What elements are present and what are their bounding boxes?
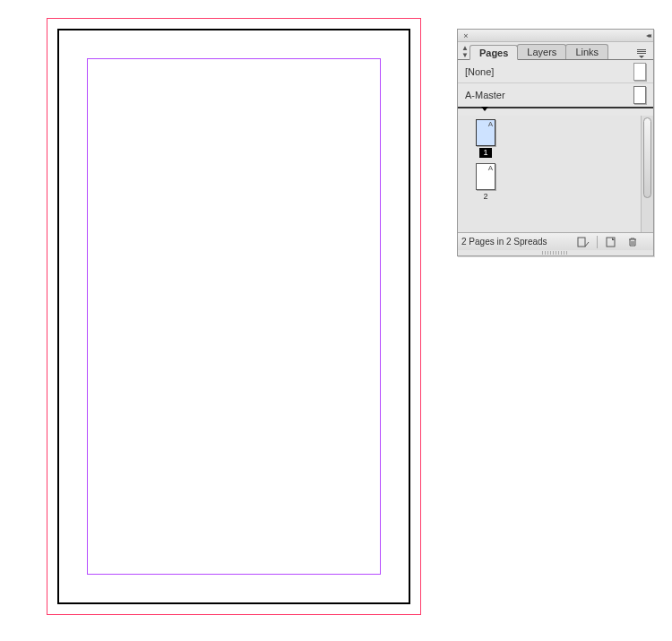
new-page-icon — [605, 237, 617, 247]
status-text: 2 Pages in 2 Spreads — [461, 237, 547, 247]
pages-list[interactable]: A 1 A 2 — [458, 116, 641, 232]
panel-resize-grip[interactable] — [458, 250, 653, 256]
pages-viewport: A 1 A 2 — [458, 116, 653, 232]
page-thumb[interactable]: A — [476, 119, 495, 146]
collapse-icon[interactable]: ◂◂ — [646, 31, 650, 39]
document-canvas[interactable] — [47, 18, 421, 615]
svg-rect-0 — [578, 238, 585, 247]
master-none-thumb[interactable] — [633, 63, 646, 81]
delete-page-button[interactable] — [625, 235, 641, 249]
tab-layers[interactable]: Layers — [517, 44, 566, 59]
tab-links[interactable]: Links — [565, 44, 608, 59]
page-thumb-2[interactable]: A 2 — [470, 163, 501, 201]
tab-resize-icon[interactable]: ▲▼ — [461, 45, 469, 59]
separator — [597, 236, 598, 248]
page-thumb-1[interactable]: A 1 — [470, 119, 501, 158]
master-label: [None] — [465, 66, 633, 77]
page-size-icon — [577, 237, 590, 247]
scrollbar-thumb[interactable] — [643, 117, 651, 198]
masters-section: [None] A-Master — [458, 60, 653, 108]
panel-tabs: ▲▼ Pages Layers Links — [458, 42, 653, 60]
master-row-amaster[interactable]: A-Master — [458, 83, 653, 107]
pages-panel: × ◂◂ ▲▼ Pages Layers Links [None] A-Mast… — [457, 29, 654, 256]
edit-page-size-button[interactable] — [575, 235, 591, 249]
panel-flyout-menu[interactable] — [635, 48, 650, 59]
trash-icon — [626, 237, 639, 247]
panel-statusbar: 2 Pages in 2 Spreads — [458, 232, 653, 250]
grip-icon — [542, 251, 569, 255]
close-icon[interactable]: × — [461, 31, 470, 40]
master-row-none[interactable]: [None] — [458, 60, 653, 83]
pages-scrollbar[interactable] — [641, 116, 653, 232]
master-label: A-Master — [465, 90, 633, 100]
spread-start-indicator-icon — [458, 108, 653, 116]
flyout-menu-icon — [637, 49, 648, 58]
page-number-badge: 1 — [479, 148, 491, 158]
page-thumb[interactable]: A — [476, 163, 495, 190]
margin-guide — [87, 58, 381, 575]
new-page-button[interactable] — [603, 235, 619, 249]
svg-rect-1 — [607, 238, 615, 247]
master-amaster-thumb[interactable] — [633, 86, 646, 104]
panel-titlebar[interactable]: × ◂◂ — [458, 30, 653, 42]
page-number: 2 — [483, 192, 487, 201]
tab-pages[interactable]: Pages — [470, 45, 518, 60]
